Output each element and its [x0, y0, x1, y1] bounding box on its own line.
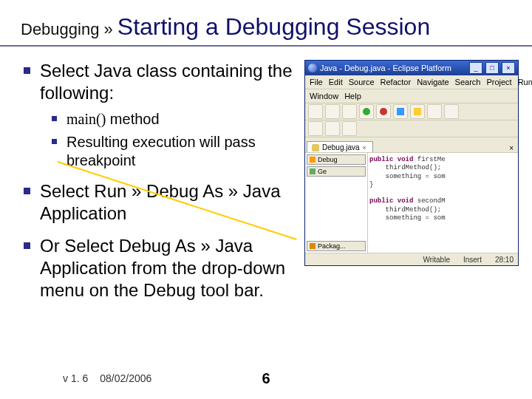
view-debug-label: Debug: [318, 156, 338, 163]
status-bar: Writable Insert 28:10: [305, 253, 518, 265]
tab-label: Debug.java: [322, 143, 360, 151]
window-titlebar: Java - Debug.java - Eclipse Platform _ □…: [305, 61, 518, 75]
view-ge[interactable]: Ge: [307, 166, 366, 177]
footer-page: 6: [262, 370, 270, 387]
java-file-icon: [312, 144, 319, 151]
eclipse-screenshot: Java - Debug.java - Eclipse Platform _ □…: [304, 60, 519, 266]
footer-date: 08/02/2006: [100, 372, 151, 384]
title-row: Debugging » Starting a Debugging Session: [0, 0, 532, 47]
menu-project[interactable]: Project: [486, 78, 511, 86]
ge-view-icon: [310, 168, 316, 174]
editor-tabs: Debug.java × ×: [305, 137, 518, 153]
code-editor[interactable]: public void firstMe thirdMethod(); somet…: [368, 153, 518, 253]
subbullet-main-rest: method: [106, 111, 159, 127]
footer-version: v 1. 6: [63, 372, 88, 384]
toolbar-2: [305, 120, 518, 137]
status-insert: Insert: [463, 256, 482, 264]
menu-navigate[interactable]: Navigate: [417, 78, 449, 86]
eclipse-icon: [308, 64, 317, 72]
tool5-icon[interactable]: [342, 121, 357, 136]
side-panel: Debug Ge Packag...: [305, 153, 368, 253]
status-position: 28:10: [495, 256, 514, 264]
tab-close-icon[interactable]: ×: [363, 144, 366, 151]
toolbar: [305, 103, 518, 120]
tool4-icon[interactable]: [444, 104, 459, 119]
minimize-button[interactable]: _: [469, 62, 482, 74]
menu-refactor[interactable]: Refactor: [381, 78, 412, 86]
menu-help[interactable]: Help: [344, 92, 361, 100]
breadcrumb: Debugging »: [21, 20, 113, 39]
menu-window[interactable]: Window: [310, 92, 338, 100]
run-icon[interactable]: [359, 104, 374, 119]
nav-back-icon[interactable]: [308, 121, 323, 136]
debug-icon[interactable]: [376, 104, 391, 119]
subbullet-main: main() method: [50, 110, 299, 129]
subbullet-breakpoint: Resulting execution will pass breakpoint: [50, 133, 299, 170]
footer: v 1. 6 08/02/2006 6: [0, 372, 532, 384]
menu-bar-2[interactable]: Window Help: [305, 89, 518, 103]
close-button[interactable]: ×: [502, 62, 515, 74]
view-packages[interactable]: Packag...: [307, 241, 366, 251]
menu-edit[interactable]: Edit: [329, 78, 343, 86]
tool-icon[interactable]: [393, 104, 408, 119]
menu-search[interactable]: Search: [455, 78, 481, 86]
save-icon[interactable]: [325, 104, 340, 119]
view-debug[interactable]: Debug: [307, 154, 366, 165]
new-icon[interactable]: [308, 104, 323, 119]
bullet-debug-toolbar: Or Select Debug As » Java Application fr…: [21, 235, 299, 301]
debug-view-icon: [310, 157, 316, 163]
menu-run[interactable]: Run: [518, 78, 532, 86]
menu-source[interactable]: Source: [349, 78, 375, 86]
tab-menu-icon[interactable]: ×: [506, 144, 516, 152]
status-writable: Writable: [423, 256, 450, 264]
maximize-button[interactable]: □: [485, 62, 499, 74]
print-icon[interactable]: [342, 104, 357, 119]
page-title: Starting a Debugging Session: [117, 13, 430, 41]
window-title: Java - Debug.java - Eclipse Platform: [320, 64, 466, 72]
bullet-text: Select Java class containing the followi…: [40, 61, 293, 103]
menu-bar[interactable]: File Edit Source Refactor Navigate Searc…: [305, 75, 518, 89]
view-ge-label: Ge: [318, 168, 327, 175]
bullet-run-debug: Select Run » Debug As » Java Application: [21, 180, 299, 225]
menu-file[interactable]: File: [310, 78, 323, 86]
tab-debug-java[interactable]: Debug.java ×: [307, 141, 373, 152]
tool3-icon[interactable]: [427, 104, 442, 119]
package-icon: [310, 243, 316, 249]
bullet-select-class: Select Java class containing the followi…: [21, 60, 299, 170]
view-packages-label: Packag...: [318, 242, 346, 250]
nav-fwd-icon[interactable]: [325, 121, 340, 136]
tool2-icon[interactable]: [410, 104, 425, 119]
code-main: main(): [66, 111, 106, 127]
